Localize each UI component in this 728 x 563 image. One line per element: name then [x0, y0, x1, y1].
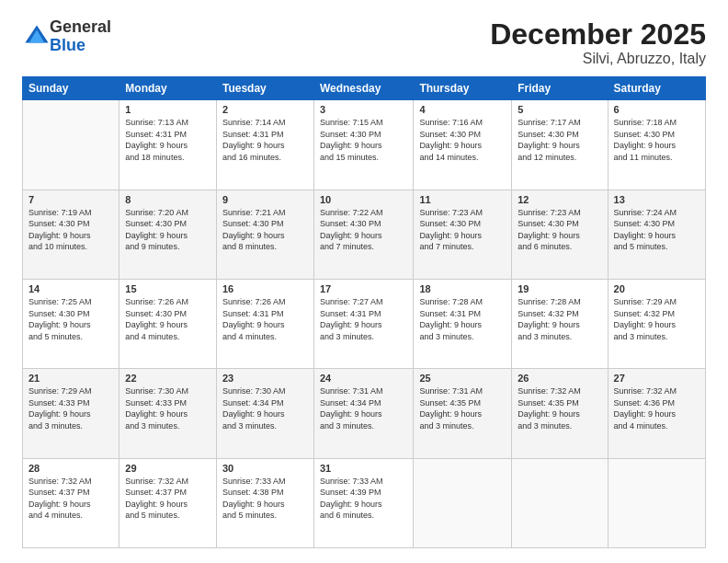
calendar-week-5: 28Sunrise: 7:32 AM Sunset: 4:37 PM Dayli… — [23, 458, 706, 547]
day-info: Sunrise: 7:33 AM Sunset: 4:39 PM Dayligh… — [320, 476, 407, 522]
weekday-header-sunday: Sunday — [23, 77, 119, 100]
day-info: Sunrise: 7:22 AM Sunset: 4:30 PM Dayligh… — [320, 207, 407, 253]
day-number: 10 — [320, 194, 407, 205]
day-number: 25 — [419, 373, 506, 384]
weekday-header-thursday: Thursday — [414, 77, 512, 100]
day-number: 1 — [125, 104, 210, 115]
day-info: Sunrise: 7:25 AM Sunset: 4:30 PM Dayligh… — [28, 296, 113, 342]
day-number: 12 — [518, 194, 601, 205]
day-info: Sunrise: 7:31 AM Sunset: 4:35 PM Dayligh… — [419, 385, 506, 431]
logo: General Blue — [22, 18, 111, 55]
calendar-cell: 30Sunrise: 7:33 AM Sunset: 4:38 PM Dayli… — [216, 458, 313, 547]
day-info: Sunrise: 7:31 AM Sunset: 4:34 PM Dayligh… — [320, 385, 407, 431]
day-info: Sunrise: 7:30 AM Sunset: 4:34 PM Dayligh… — [222, 385, 308, 431]
day-info: Sunrise: 7:28 AM Sunset: 4:31 PM Dayligh… — [419, 296, 506, 342]
day-info: Sunrise: 7:14 AM Sunset: 4:31 PM Dayligh… — [222, 117, 308, 163]
calendar-cell: 14Sunrise: 7:25 AM Sunset: 4:30 PM Dayli… — [23, 279, 119, 368]
calendar-table: SundayMondayTuesdayWednesdayThursdayFrid… — [22, 76, 706, 548]
calendar-cell: 6Sunrise: 7:18 AM Sunset: 4:30 PM Daylig… — [608, 100, 705, 190]
day-info: Sunrise: 7:29 AM Sunset: 4:32 PM Dayligh… — [614, 296, 700, 342]
day-number: 26 — [518, 373, 601, 384]
title-area: December 2025 Silvi, Abruzzo, Italy — [490, 18, 706, 67]
calendar-cell: 4Sunrise: 7:16 AM Sunset: 4:30 PM Daylig… — [414, 100, 512, 190]
calendar-cell — [23, 100, 119, 190]
day-info: Sunrise: 7:16 AM Sunset: 4:30 PM Dayligh… — [419, 117, 506, 163]
calendar-cell: 13Sunrise: 7:24 AM Sunset: 4:30 PM Dayli… — [608, 190, 705, 279]
calendar-cell: 22Sunrise: 7:30 AM Sunset: 4:33 PM Dayli… — [119, 369, 217, 458]
day-number: 30 — [222, 463, 308, 474]
calendar-header: SundayMondayTuesdayWednesdayThursdayFrid… — [23, 77, 706, 100]
day-number: 31 — [320, 463, 407, 474]
calendar-cell — [512, 458, 608, 547]
calendar-cell: 18Sunrise: 7:28 AM Sunset: 4:31 PM Dayli… — [414, 279, 512, 368]
calendar-cell: 28Sunrise: 7:32 AM Sunset: 4:37 PM Dayli… — [23, 458, 119, 547]
day-number: 11 — [419, 194, 506, 205]
calendar-cell: 2Sunrise: 7:14 AM Sunset: 4:31 PM Daylig… — [216, 100, 313, 190]
day-info: Sunrise: 7:33 AM Sunset: 4:38 PM Dayligh… — [222, 476, 308, 522]
calendar-week-3: 14Sunrise: 7:25 AM Sunset: 4:30 PM Dayli… — [23, 279, 706, 368]
day-number: 14 — [28, 283, 113, 294]
weekday-header-saturday: Saturday — [608, 77, 705, 100]
weekday-header-friday: Friday — [512, 77, 608, 100]
calendar-cell: 16Sunrise: 7:26 AM Sunset: 4:31 PM Dayli… — [216, 279, 313, 368]
day-number: 22 — [125, 373, 210, 384]
day-info: Sunrise: 7:26 AM Sunset: 4:30 PM Dayligh… — [125, 296, 210, 342]
day-number: 24 — [320, 373, 407, 384]
calendar-cell: 17Sunrise: 7:27 AM Sunset: 4:31 PM Dayli… — [313, 279, 413, 368]
day-number: 29 — [125, 463, 210, 474]
weekday-row: SundayMondayTuesdayWednesdayThursdayFrid… — [23, 77, 706, 100]
weekday-header-tuesday: Tuesday — [216, 77, 313, 100]
day-number: 7 — [28, 194, 113, 205]
calendar-cell: 10Sunrise: 7:22 AM Sunset: 4:30 PM Dayli… — [313, 190, 413, 279]
calendar-cell: 12Sunrise: 7:23 AM Sunset: 4:30 PM Dayli… — [512, 190, 608, 279]
calendar-cell: 7Sunrise: 7:19 AM Sunset: 4:30 PM Daylig… — [23, 190, 119, 279]
calendar-cell: 1Sunrise: 7:13 AM Sunset: 4:31 PM Daylig… — [119, 100, 217, 190]
day-number: 27 — [614, 373, 700, 384]
day-info: Sunrise: 7:23 AM Sunset: 4:30 PM Dayligh… — [518, 207, 601, 253]
day-number: 19 — [518, 283, 601, 294]
calendar-week-1: 1Sunrise: 7:13 AM Sunset: 4:31 PM Daylig… — [23, 100, 706, 190]
calendar-cell: 24Sunrise: 7:31 AM Sunset: 4:34 PM Dayli… — [313, 369, 413, 458]
calendar-cell: 25Sunrise: 7:31 AM Sunset: 4:35 PM Dayli… — [414, 369, 512, 458]
day-number: 20 — [614, 283, 700, 294]
calendar-cell: 26Sunrise: 7:32 AM Sunset: 4:35 PM Dayli… — [512, 369, 608, 458]
calendar-cell: 19Sunrise: 7:28 AM Sunset: 4:32 PM Dayli… — [512, 279, 608, 368]
logo-icon — [24, 22, 50, 48]
day-info: Sunrise: 7:27 AM Sunset: 4:31 PM Dayligh… — [320, 296, 407, 342]
calendar-cell: 29Sunrise: 7:32 AM Sunset: 4:37 PM Dayli… — [119, 458, 217, 547]
calendar-cell: 8Sunrise: 7:20 AM Sunset: 4:30 PM Daylig… — [119, 190, 217, 279]
page: General Blue December 2025 Silvi, Abruzz… — [0, 0, 728, 563]
calendar-cell: 11Sunrise: 7:23 AM Sunset: 4:30 PM Dayli… — [414, 190, 512, 279]
day-info: Sunrise: 7:32 AM Sunset: 4:35 PM Dayligh… — [518, 385, 601, 431]
header: General Blue December 2025 Silvi, Abruzz… — [22, 18, 706, 67]
day-number: 3 — [320, 104, 407, 115]
calendar-cell: 5Sunrise: 7:17 AM Sunset: 4:30 PM Daylig… — [512, 100, 608, 190]
day-info: Sunrise: 7:28 AM Sunset: 4:32 PM Dayligh… — [518, 296, 601, 342]
day-info: Sunrise: 7:24 AM Sunset: 4:30 PM Dayligh… — [614, 207, 700, 253]
day-number: 18 — [419, 283, 506, 294]
calendar-cell — [414, 458, 512, 547]
day-number: 2 — [222, 104, 308, 115]
weekday-header-monday: Monday — [119, 77, 217, 100]
day-info: Sunrise: 7:29 AM Sunset: 4:33 PM Dayligh… — [28, 385, 113, 431]
day-number: 9 — [222, 194, 308, 205]
day-number: 8 — [125, 194, 210, 205]
calendar-cell: 3Sunrise: 7:15 AM Sunset: 4:30 PM Daylig… — [313, 100, 413, 190]
day-number: 23 — [222, 373, 308, 384]
day-number: 16 — [222, 283, 308, 294]
day-info: Sunrise: 7:19 AM Sunset: 4:30 PM Dayligh… — [28, 207, 113, 253]
calendar-week-4: 21Sunrise: 7:29 AM Sunset: 4:33 PM Dayli… — [23, 369, 706, 458]
day-number: 15 — [125, 283, 210, 294]
calendar-cell: 23Sunrise: 7:30 AM Sunset: 4:34 PM Dayli… — [216, 369, 313, 458]
calendar-cell: 27Sunrise: 7:32 AM Sunset: 4:36 PM Dayli… — [608, 369, 705, 458]
day-info: Sunrise: 7:32 AM Sunset: 4:37 PM Dayligh… — [28, 476, 113, 522]
month-title: December 2025 — [490, 18, 706, 51]
day-info: Sunrise: 7:32 AM Sunset: 4:36 PM Dayligh… — [614, 385, 700, 431]
day-number: 5 — [518, 104, 601, 115]
logo-blue-text: Blue — [50, 36, 85, 54]
day-number: 21 — [28, 373, 113, 384]
calendar-cell: 9Sunrise: 7:21 AM Sunset: 4:30 PM Daylig… — [216, 190, 313, 279]
day-info: Sunrise: 7:21 AM Sunset: 4:30 PM Dayligh… — [222, 207, 308, 253]
logo-general-text: General — [50, 17, 111, 36]
calendar-cell: 20Sunrise: 7:29 AM Sunset: 4:32 PM Dayli… — [608, 279, 705, 368]
